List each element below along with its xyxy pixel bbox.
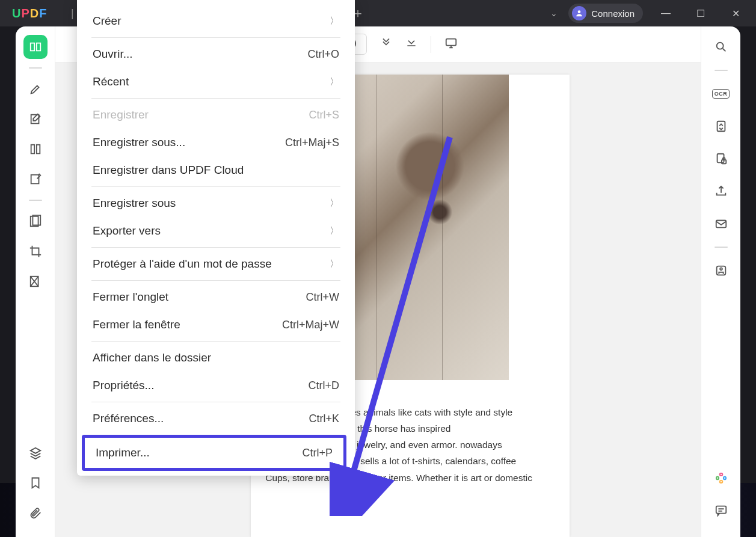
menu-recent[interactable]: Récent 〉	[77, 68, 355, 96]
bookmark-icon[interactable]	[23, 471, 48, 495]
menu-label: Imprimer...	[96, 446, 150, 459]
menu-create[interactable]: Créer 〉	[77, 7, 355, 35]
menu-label: Protéger à l'aide d'un mot de passe	[93, 257, 272, 271]
left-rail	[16, 26, 55, 537]
menu-shortcut: Ctrl+S	[309, 109, 339, 121]
highlight-tool-icon[interactable]	[23, 77, 48, 101]
menu-label: Fermer l'onglet	[93, 290, 168, 304]
menu-label: Exporter vers	[93, 224, 161, 238]
svg-rect-3	[36, 145, 40, 154]
svg-rect-8	[446, 39, 456, 46]
svg-rect-4	[31, 175, 38, 184]
rail-separator	[29, 67, 42, 69]
menu-label: Ouvrir...	[93, 48, 133, 61]
menu-close-window[interactable]: Fermer la fenêtre Ctrl+Maj+W	[77, 311, 355, 339]
layers-icon[interactable]	[23, 441, 48, 465]
menu-separator	[91, 37, 340, 38]
menu-protect[interactable]: Protéger à l'aide d'un mot de passe 〉	[77, 250, 355, 278]
menu-save-as-sub[interactable]: Enregistrer sous 〉	[77, 189, 355, 217]
ocr-label: OCR	[712, 89, 730, 99]
menu-save-cloud[interactable]: Enregistrer dans UPDF Cloud	[77, 156, 355, 184]
edit-tool-icon[interactable]	[23, 107, 48, 131]
search-icon[interactable]	[709, 35, 733, 59]
menu-label: Propriétés...	[93, 379, 154, 392]
menu-shortcut: Ctrl+P	[302, 447, 333, 459]
menu-label: Récent	[93, 75, 129, 88]
chevron-right-icon: 〉	[330, 76, 339, 88]
email-icon[interactable]	[709, 212, 733, 236]
file-menu: Créer 〉 Ouvrir... Ctrl+O Récent 〉 Enregi…	[77, 0, 355, 476]
convert-icon[interactable]	[709, 114, 733, 138]
menu-show-folder[interactable]: Afficher dans le dossier	[77, 344, 355, 372]
menu-shortcut: Ctrl+O	[307, 48, 339, 61]
menu-label: Enregistrer dans UPDF Cloud	[93, 164, 244, 177]
minimize-icon[interactable]: —	[654, 8, 678, 19]
presentation-icon[interactable]	[444, 36, 458, 52]
menu-shortcut: Ctrl+Maj+S	[285, 137, 339, 149]
svg-point-0	[578, 10, 581, 13]
menu-label: Afficher dans le dossier	[93, 351, 211, 364]
chevron-right-icon: 〉	[330, 15, 339, 28]
chevron-right-icon: 〉	[330, 225, 339, 238]
maximize-icon[interactable]: ☐	[689, 8, 713, 19]
login-label: Connexion	[591, 8, 635, 19]
svg-point-15	[720, 268, 722, 270]
menu-label: Enregistrer	[93, 108, 149, 121]
menu-open[interactable]: Ouvrir... Ctrl+O	[77, 40, 355, 68]
close-window-icon[interactable]: ✕	[724, 8, 748, 19]
tab-overflow-icon[interactable]: ⌄	[550, 8, 558, 18]
menu-export[interactable]: Exporter vers 〉	[77, 217, 355, 245]
rail-separator	[715, 247, 728, 248]
menu-save-as[interactable]: Enregistrer sous... Ctrl+Maj+S	[77, 129, 355, 156]
reader-mode-icon[interactable]	[23, 35, 48, 59]
ai-flower-icon[interactable]	[709, 466, 733, 490]
menu-label: Enregistrer sous	[93, 197, 176, 210]
chevron-right-icon: 〉	[330, 197, 339, 210]
menu-shortcut: Ctrl+D	[308, 379, 339, 392]
menu-properties[interactable]: Propriétés... Ctrl+D	[77, 372, 355, 399]
ocr-icon[interactable]: OCR	[709, 82, 733, 106]
redact-tool-icon[interactable]	[23, 269, 48, 293]
share-icon[interactable]	[709, 179, 733, 203]
svg-rect-2	[31, 145, 34, 154]
menu-preferences[interactable]: Préférences... Ctrl+K	[77, 405, 355, 432]
menu-label: Préférences...	[93, 412, 164, 425]
organize-tool-icon[interactable]	[23, 209, 48, 233]
menu-label: Fermer la fenêtre	[93, 318, 180, 331]
login-button[interactable]: Connexion	[568, 4, 643, 23]
menu-save: Enregistrer Ctrl+S	[77, 101, 355, 129]
menu-shortcut: Ctrl+W	[306, 291, 340, 304]
svg-rect-13	[716, 221, 726, 228]
rail-separator	[715, 70, 728, 71]
save-cloud-icon[interactable]	[709, 259, 733, 283]
menu-shortcut: Ctrl+Maj+W	[282, 319, 339, 331]
attachment-icon[interactable]	[23, 501, 48, 525]
lock-file-icon[interactable]	[709, 147, 733, 171]
svg-point-9	[716, 43, 723, 49]
svg-rect-16	[716, 506, 726, 514]
menu-shortcut: Ctrl+K	[309, 413, 339, 425]
menu-separator	[91, 341, 340, 342]
app-logo: UPDF	[0, 7, 66, 20]
chevron-right-icon: 〉	[330, 258, 339, 271]
menu-separator	[91, 247, 340, 248]
menu-label: Créer	[93, 14, 121, 28]
avatar-icon	[572, 6, 586, 20]
fill-sign-icon[interactable]	[23, 167, 48, 191]
menu-close-tab[interactable]: Fermer l'onglet Ctrl+W	[77, 283, 355, 311]
comment-icon[interactable]	[709, 499, 733, 523]
menu-separator	[91, 402, 340, 402]
right-rail: OCR	[701, 26, 740, 537]
rail-separator	[29, 200, 42, 201]
menu-separator	[91, 280, 340, 281]
crop-tool-icon[interactable]	[23, 239, 48, 263]
toolbar-separator	[431, 36, 431, 53]
menu-label: Enregistrer sous...	[93, 136, 185, 149]
menu-print[interactable]: Imprimer... Ctrl+P	[82, 435, 346, 471]
menu-separator	[91, 186, 340, 187]
pages-tool-icon[interactable]	[23, 137, 48, 161]
last-page-icon[interactable]	[405, 37, 417, 52]
next-page-icon[interactable]	[380, 37, 392, 52]
menu-separator	[91, 98, 340, 99]
